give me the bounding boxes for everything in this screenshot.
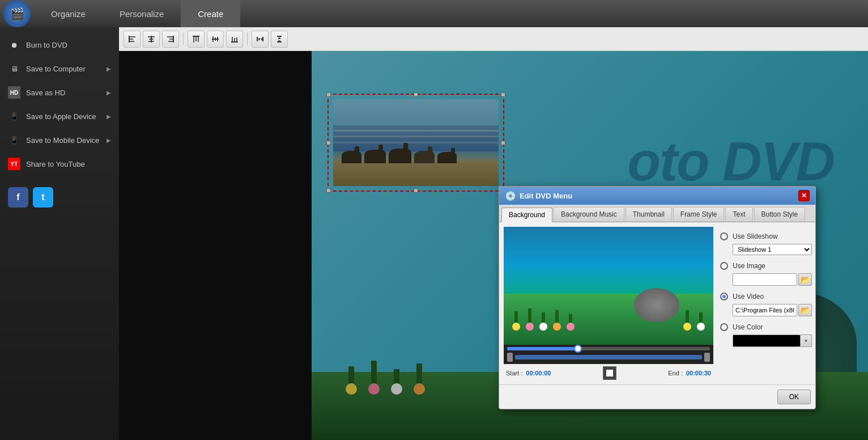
dialog-titlebar: 💿 Edit DVD Menu ✕ xyxy=(499,187,815,205)
align-top-button[interactable] xyxy=(188,31,205,48)
align-left-button[interactable] xyxy=(124,31,141,48)
tab-background[interactable]: Background xyxy=(501,208,552,222)
toolbar-separator xyxy=(183,33,184,45)
trim-track xyxy=(515,355,702,359)
dialog-body: Start : 00:00:00 End : 00:00:30 xyxy=(499,222,815,384)
sidebar-item-label: Save as HD xyxy=(26,88,65,97)
sidebar: ⏺ Burn to DVD 🖥 Save to Computer ▶ HD Sa… xyxy=(0,27,119,440)
dialog-close-button[interactable]: ✕ xyxy=(798,190,810,201)
stop-button[interactable] xyxy=(603,366,616,380)
color-dropdown-button[interactable]: ▼ xyxy=(801,335,812,347)
main-layout: ⏺ Burn to DVD 🖥 Save to Computer ▶ HD Sa… xyxy=(0,27,868,440)
video-display xyxy=(504,227,713,345)
dialog-footer: OK xyxy=(499,384,815,409)
video-input-row: 📂 xyxy=(720,304,812,320)
svg-rect-28 xyxy=(277,36,282,37)
start-label: Start : xyxy=(506,370,522,376)
sidebar-item-burn-dvd[interactable]: ⏺ Burn to DVD xyxy=(0,33,119,57)
progress-bar-fill xyxy=(507,347,578,350)
option-use-color: Use Color xyxy=(720,320,812,335)
svg-rect-19 xyxy=(212,39,219,40)
video-label: Use Video xyxy=(733,293,778,301)
tab-background-music[interactable]: Background Music xyxy=(554,207,624,222)
option-use-image: Use Image xyxy=(720,259,812,273)
toolbar xyxy=(119,27,868,51)
align-middle-button[interactable] xyxy=(207,31,224,48)
share-youtube-icon: YT xyxy=(8,158,20,170)
svg-rect-14 xyxy=(198,36,199,42)
tab-thumbnail[interactable]: Thumbnail xyxy=(626,207,672,222)
tab-text[interactable]: Text xyxy=(725,207,752,222)
image-path-input[interactable] xyxy=(733,273,797,286)
svg-rect-3 xyxy=(129,36,130,43)
svg-rect-7 xyxy=(151,36,152,43)
end-time-area: End : 00:00:30 xyxy=(668,370,711,376)
image-browse-button[interactable]: 📂 xyxy=(798,273,812,286)
video-path-input[interactable] xyxy=(733,304,797,316)
svg-rect-11 xyxy=(173,36,174,43)
image-label: Use Image xyxy=(733,262,778,270)
toolbar-separator-2 xyxy=(247,33,248,45)
trim-end-handle[interactable] xyxy=(704,353,710,362)
svg-rect-15 xyxy=(193,36,199,37)
expand-arrow: ▶ xyxy=(107,66,111,72)
slideshow-select[interactable]: Slideshow 1 Slideshow 2 xyxy=(733,244,812,255)
color-swatch[interactable] xyxy=(733,335,801,347)
end-label: End : xyxy=(668,370,683,376)
sidebar-item-save-mobile[interactable]: 📱 Save to Mobile Device ▶ xyxy=(0,128,119,152)
progress-bar[interactable] xyxy=(507,347,710,350)
svg-rect-24 xyxy=(257,37,258,41)
slideshow-select-row: Slideshow 1 Slideshow 2 xyxy=(720,244,812,259)
tab-frame-style[interactable]: Frame Style xyxy=(673,207,725,222)
align-right-button[interactable] xyxy=(162,31,179,48)
sidebar-item-label: Share to YouTube xyxy=(26,160,85,168)
progress-handle[interactable] xyxy=(574,345,582,353)
video-flowers xyxy=(512,308,575,331)
radio-use-color[interactable] xyxy=(720,323,728,331)
distribute-v-button[interactable] xyxy=(271,31,288,48)
radio-use-slideshow[interactable] xyxy=(720,232,728,240)
dialog-title: Edit DVD Menu xyxy=(520,192,572,200)
expand-arrow: ▶ xyxy=(107,113,111,120)
align-center-button[interactable] xyxy=(143,31,160,48)
color-picker-row: ▼ xyxy=(720,335,812,347)
sidebar-item-save-computer[interactable]: 🖥 Save to Computer ▶ xyxy=(0,57,119,81)
svg-rect-13 xyxy=(195,37,197,41)
sidebar-item-save-apple[interactable]: 📱 Save to Apple Device ▶ xyxy=(0,104,119,128)
sidebar-item-label: Save to Computer xyxy=(26,65,86,73)
burn-dvd-icon: ⏺ xyxy=(8,39,20,51)
ok-button[interactable]: OK xyxy=(777,390,811,404)
tab-create[interactable]: Create xyxy=(181,0,240,27)
video-browse-button[interactable]: 📂 xyxy=(798,304,812,316)
content-area: oto DVD ▶ xyxy=(119,27,868,440)
twitter-button[interactable]: t xyxy=(33,187,53,208)
sidebar-item-save-hd[interactable]: HD Save as HD ▶ xyxy=(0,81,119,104)
svg-rect-31 xyxy=(277,41,282,43)
align-bottom-button[interactable] xyxy=(226,31,243,48)
radio-use-video[interactable] xyxy=(720,293,728,301)
sidebar-item-label: Save to Mobile Device xyxy=(26,136,99,145)
svg-rect-29 xyxy=(278,37,280,39)
app-logo: 🎬 xyxy=(3,0,31,27)
expand-arrow: ▶ xyxy=(107,137,111,143)
video-controls xyxy=(504,345,713,364)
radio-use-image[interactable] xyxy=(720,262,728,270)
top-navigation: 🎬 Organize Personalize Create xyxy=(0,0,868,27)
trim-bar xyxy=(507,353,710,362)
save-computer-icon: 🖥 xyxy=(8,62,20,75)
trim-start-handle[interactable] xyxy=(507,353,513,362)
canvas-area: oto DVD ▶ xyxy=(119,51,868,440)
facebook-button[interactable]: f xyxy=(8,187,28,208)
color-label: Use Color xyxy=(733,323,778,331)
dialog-icon: 💿 xyxy=(505,191,516,201)
save-mobile-icon: 📱 xyxy=(8,134,20,146)
sidebar-item-share-youtube[interactable]: YT Share to YouTube xyxy=(0,152,119,176)
distribute-h-button[interactable] xyxy=(252,31,269,48)
time-display: Start : 00:00:00 End : 00:00:30 xyxy=(504,364,713,380)
tab-button-style[interactable]: Button Style xyxy=(754,207,806,222)
video-sky xyxy=(504,227,713,301)
start-time-area: Start : 00:00:00 xyxy=(506,370,551,376)
tab-organize[interactable]: Organize xyxy=(34,0,103,27)
tab-personalize[interactable]: Personalize xyxy=(103,0,181,27)
slideshow-label: Use Slideshow xyxy=(733,232,778,240)
